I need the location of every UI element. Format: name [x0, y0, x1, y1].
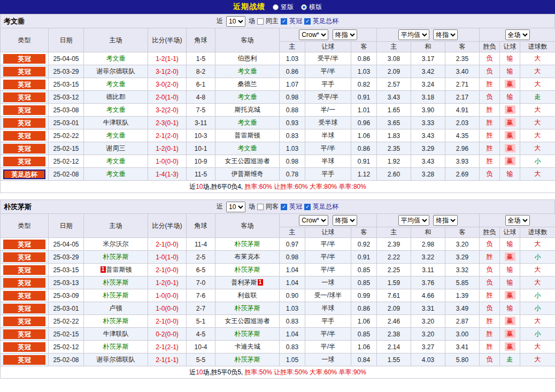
score-cell[interactable]: 2-1(0-0) [148, 315, 187, 328]
away-team-cell[interactable]: 利兹联 [215, 289, 280, 302]
home-team-cell[interactable]: 米尔沃尔 [84, 238, 148, 251]
away-team-cell[interactable]: 普雷斯顿 [215, 129, 280, 142]
average-select[interactable]: 平均值 [398, 29, 429, 40]
score-cell[interactable]: 1-0(0-0) [148, 155, 187, 168]
recent-count-select[interactable]: 10 [226, 16, 245, 27]
home-team-cell[interactable]: 朴茨茅斯 [84, 315, 148, 328]
away-team-cell[interactable]: 考文垂 [215, 142, 280, 155]
score-cell[interactable]: 1-4(1-3) [148, 168, 187, 181]
league-type-badge[interactable]: 英足总杯 [3, 170, 45, 179]
home-team-cell[interactable]: 朴茨茅斯 [84, 289, 148, 302]
same-venue-checkbox[interactable] [257, 18, 264, 25]
away-team-cell[interactable]: 伯恩利 [215, 52, 280, 65]
league-type-badge[interactable]: 英冠 [3, 131, 45, 141]
average-select[interactable]: 平均值 [398, 215, 429, 226]
league-type-badge[interactable]: 英冠 [3, 329, 45, 339]
league-type-badge[interactable]: 英冠 [3, 355, 45, 365]
same-venue-checkbox[interactable] [257, 204, 264, 210]
league-type-badge[interactable]: 英冠 [3, 317, 45, 326]
euro-index-select[interactable]: 终指 [433, 215, 458, 226]
full-match-select[interactable]: 全场 [505, 215, 530, 226]
asian-index-select[interactable]: 终指 [333, 29, 357, 40]
league-checkbox[interactable] [281, 204, 287, 210]
home-team-cell[interactable]: 卢顿 [84, 302, 148, 315]
euro-index-select[interactable]: 终指 [433, 29, 458, 40]
league-type-badge[interactable]: 英冠 [3, 265, 45, 275]
home-team-cell[interactable]: 牛津联队 [84, 117, 148, 129]
cup-checkbox[interactable] [304, 204, 311, 210]
league-checkbox[interactable] [281, 18, 287, 25]
away-team-cell[interactable]: 女王公园巡游者 [215, 155, 280, 168]
league-type-badge[interactable]: 英冠 [3, 157, 45, 166]
league-type-badge[interactable]: 英冠 [3, 304, 45, 313]
full-match-select[interactable]: 全场 [505, 29, 530, 40]
home-team-cell[interactable]: 德比郡 [84, 91, 148, 104]
score-cell[interactable]: 1-0(0-0) [148, 289, 187, 302]
home-team-cell[interactable]: 朴茨茅斯 [84, 276, 148, 289]
home-team-cell[interactable]: 考文垂 [84, 129, 148, 142]
away-team-cell[interactable]: 普利茅斯1 [215, 276, 280, 289]
away-team-cell[interactable]: 斯托克城 [215, 104, 280, 117]
score-cell[interactable]: 2-1(2-1) [148, 341, 187, 353]
radio-horizontal-layout[interactable]: 横版 [301, 3, 322, 12]
league-type-badge[interactable]: 英冠 [3, 342, 45, 352]
score-cell[interactable]: 1-2(0-1) [148, 276, 187, 289]
home-team-cell[interactable]: 1普雷斯顿 [84, 264, 148, 276]
home-team-cell[interactable]: 考文垂 [84, 78, 148, 91]
home-team-cell[interactable]: 牛津联队 [84, 328, 148, 341]
score-cell[interactable]: 3-0(2-0) [148, 78, 187, 91]
home-team-cell[interactable]: 朴茨茅斯 [84, 251, 148, 264]
radio-vertical-layout[interactable]: 竖版 [273, 3, 294, 12]
away-team-cell[interactable]: 考文垂 [215, 65, 280, 78]
home-team-cell[interactable]: 朴茨茅斯 [84, 341, 148, 353]
league-type-badge[interactable]: 英冠 [3, 278, 45, 288]
away-team-cell[interactable]: 布莱克本 [215, 251, 280, 264]
home-team-cell[interactable]: 考文垂 [84, 104, 148, 117]
score-cell[interactable]: 2-1(0-0) [148, 238, 187, 251]
away-team-cell[interactable]: 朴茨茅斯 [215, 328, 280, 341]
league-type-badge[interactable]: 英冠 [3, 291, 45, 301]
away-team-cell[interactable]: 考文垂 [215, 117, 280, 129]
away-team-cell[interactable]: 卡迪夫城 [215, 341, 280, 353]
home-team-cell[interactable]: 谢周三 [84, 142, 148, 155]
league-type-badge[interactable]: 英冠 [3, 252, 45, 262]
league-type-badge[interactable]: 英冠 [3, 67, 45, 76]
away-team-cell[interactable]: 桑德兰 [215, 78, 280, 91]
away-team-cell[interactable]: 伊普斯维奇 [215, 168, 280, 181]
home-team-cell[interactable]: 谢菲尔德联队 [84, 65, 148, 78]
home-team-cell[interactable]: 考文垂 [84, 155, 148, 168]
league-type-badge[interactable]: 英冠 [3, 93, 45, 102]
recent-count-select[interactable]: 10 [226, 202, 245, 212]
score-cell[interactable]: 1-0(1-0) [148, 251, 187, 264]
bookmaker-select[interactable]: Crow* [299, 29, 328, 40]
asian-index-select[interactable]: 终指 [333, 215, 357, 226]
away-team-cell[interactable]: 朴茨茅斯 [215, 238, 280, 251]
league-type-badge[interactable]: 英冠 [3, 240, 45, 249]
home-team-cell[interactable]: 谢菲尔德联队 [84, 353, 148, 366]
score-cell[interactable]: 0-2(0-0) [148, 328, 187, 341]
score-cell[interactable]: 2-1(2-0) [148, 129, 187, 142]
away-team-cell[interactable]: 朴茨茅斯 [215, 353, 280, 366]
league-type-badge[interactable]: 英冠 [3, 105, 45, 115]
score-cell[interactable]: 1-2(1-1) [148, 52, 187, 65]
away-team-cell[interactable]: 考文垂 [215, 91, 280, 104]
cup-checkbox[interactable] [304, 18, 311, 25]
score-cell[interactable]: 2-3(0-1) [148, 117, 187, 129]
score-cell[interactable]: 3-2(2-0) [148, 104, 187, 117]
score-cell[interactable]: 1-0(0-0) [148, 302, 187, 315]
home-team-cell[interactable]: 考文垂 [84, 168, 148, 181]
score-cell[interactable]: 2-0(1-0) [148, 91, 187, 104]
league-type-badge[interactable]: 英冠 [3, 80, 45, 89]
away-team-cell[interactable]: 朴茨茅斯 [215, 302, 280, 315]
bookmaker-select[interactable]: Crow* [299, 215, 328, 226]
away-team-cell[interactable]: 女王公园巡游者 [215, 315, 280, 328]
score-cell[interactable]: 2-1(1-1) [148, 353, 187, 366]
league-type-badge[interactable]: 英冠 [3, 118, 45, 128]
score-cell[interactable]: 1-2(0-1) [148, 142, 187, 155]
away-team-cell[interactable]: 朴茨茅斯 [215, 264, 280, 276]
league-type-badge[interactable]: 英冠 [3, 144, 45, 153]
score-cell[interactable]: 2-1(0-0) [148, 264, 187, 276]
league-type-badge[interactable]: 英冠 [3, 54, 45, 64]
score-cell[interactable]: 3-1(2-0) [148, 65, 187, 78]
home-team-cell[interactable]: 考文垂 [84, 52, 148, 65]
